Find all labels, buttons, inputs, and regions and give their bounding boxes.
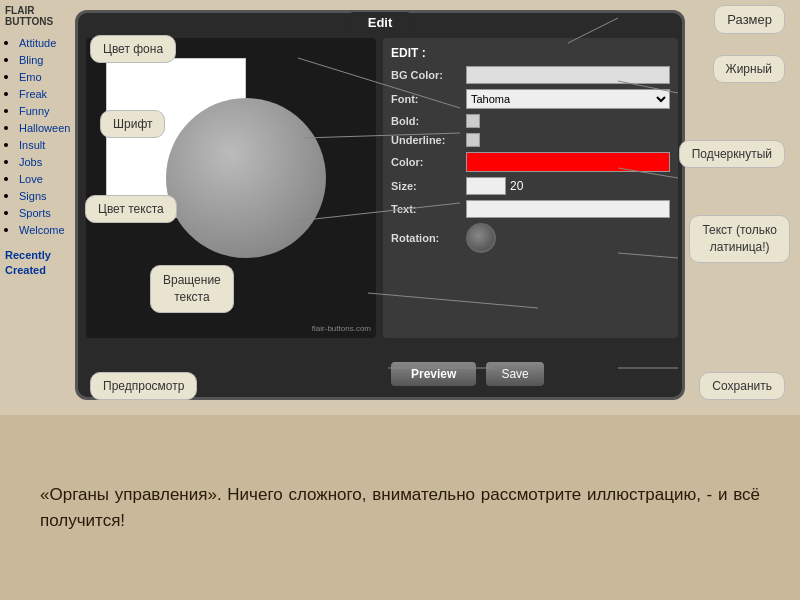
bubble-underline: Подчеркнутый <box>679 140 785 168</box>
save-button[interactable]: Save <box>486 362 543 386</box>
bold-checkbox[interactable] <box>466 114 480 128</box>
color-label: Color: <box>391 156 466 168</box>
canvas-circle <box>166 98 326 258</box>
bubble-text-hint: Текст (тольколатиница!) <box>689 215 790 263</box>
font-label: Font: <box>391 93 466 105</box>
size-row: Size: 20 <box>391 177 670 195</box>
underline-checkbox[interactable] <box>466 133 480 147</box>
edit-form-title: EDIT : <box>391 46 670 60</box>
color-picker[interactable] <box>466 152 670 172</box>
edit-tab: Edit <box>348 12 413 33</box>
sidebar-item-sports[interactable]: Sports <box>19 207 51 219</box>
bubble-bold: Жирный <box>713 55 785 83</box>
size-label: Size: <box>391 180 466 192</box>
bold-row: Bold: <box>391 114 670 128</box>
sidebar-item-funny[interactable]: Funny <box>19 105 50 117</box>
bg-color-input[interactable] <box>466 66 670 84</box>
sidebar-item-welcome[interactable]: Welcome <box>19 224 65 236</box>
sidebar-item-emo[interactable]: Emo <box>19 71 42 83</box>
sidebar: FLAIR BUTTONS Attitude Bling Emo Freak F… <box>0 0 75 415</box>
size-value: 20 <box>510 179 523 193</box>
sidebar-title: FLAIR BUTTONS <box>5 5 70 27</box>
bubble-preview: Предпросмотр <box>90 372 197 400</box>
bottom-text: «Органы управления». Ничего сложного, вн… <box>40 482 760 533</box>
text-input[interactable] <box>466 200 670 218</box>
sidebar-item-freak[interactable]: Freak <box>19 88 47 100</box>
sidebar-item-recently[interactable]: Recently Created <box>5 249 51 276</box>
preview-button[interactable]: Preview <box>391 362 476 386</box>
canvas-watermark: flair-buttons.com <box>312 324 371 333</box>
bold-label: Bold: <box>391 115 466 127</box>
sidebar-item-insult[interactable]: Insult <box>19 139 45 151</box>
sidebar-item-bling[interactable]: Bling <box>19 54 43 66</box>
bubble-font: Шрифт <box>100 110 165 138</box>
color-row: Color: <box>391 152 670 172</box>
sidebar-item-halloween[interactable]: Halloween <box>19 122 70 134</box>
bubble-save: Сохранить <box>699 372 785 400</box>
rotation-dial[interactable] <box>466 223 496 253</box>
bottom-text-area: «Органы управления». Ничего сложного, вн… <box>0 415 800 600</box>
sidebar-item-signs[interactable]: Signs <box>19 190 47 202</box>
sidebar-item-jobs[interactable]: Jobs <box>19 156 42 168</box>
font-row: Font: Tahoma <box>391 89 670 109</box>
underline-row: Underline: <box>391 133 670 147</box>
underline-label: Underline: <box>391 134 466 146</box>
bg-color-row: BG Color: <box>391 66 670 84</box>
bubble-bg-color: Цвет фона <box>90 35 176 63</box>
sidebar-item-attitude[interactable]: Attitude <box>19 37 56 49</box>
rotation-label: Rotation: <box>391 232 466 244</box>
bubble-razmer: Размер <box>714 5 785 34</box>
size-input[interactable] <box>466 177 506 195</box>
sidebar-nav: Attitude Bling Emo Freak Funny Halloween… <box>5 35 70 237</box>
text-row: Text: <box>391 200 670 218</box>
bubble-rotation: Вращениетекста <box>150 265 234 313</box>
bubble-text-color: Цвет текста <box>85 195 177 223</box>
text-label: Text: <box>391 203 466 215</box>
rotation-row: Rotation: <box>391 223 670 253</box>
bg-color-label: BG Color: <box>391 69 466 81</box>
edit-form: EDIT : BG Color: Font: Tahoma Bold: Unde… <box>383 38 678 338</box>
sidebar-item-love[interactable]: Love <box>19 173 43 185</box>
font-select[interactable]: Tahoma <box>466 89 670 109</box>
